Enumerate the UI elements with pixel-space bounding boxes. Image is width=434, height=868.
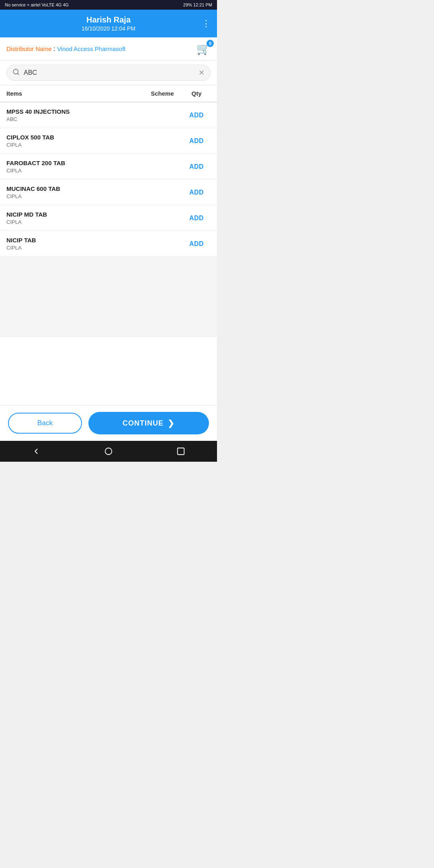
product-name-5: NICIP TAB [6,237,142,244]
product-brand-0: ABC [6,116,142,122]
header-title: Harish Raja [82,15,135,25]
svg-rect-3 [178,448,184,455]
product-add-button-0[interactable]: ADD [182,112,211,119]
product-item: NICIP TAB CIPLA ADD [0,231,217,257]
cart-badge: 0 [207,40,214,47]
nav-back-icon[interactable] [32,447,41,456]
header-text: Harish Raja 16/10/2020 12:04 PM [82,15,135,32]
bottom-actions: Back CONTINUE ❯ [0,405,217,441]
header-subtitle: 16/10/2020 12:04 PM [82,25,135,32]
product-name-4: NICIP MD TAB [6,211,142,218]
status-bar: No service × airtel VoLTE 4G 4G 29% 12:2… [0,0,217,10]
distributor-info: Distributor Name : Vinod Access Pharmaso… [6,45,126,53]
search-input-wrapper: ✕ [6,65,211,81]
status-carrier: No service × airtel VoLTE 4G 4G [5,2,69,7]
main-content: Distributor Name : Vinod Access Pharmaso… [0,37,217,441]
continue-arrow-icon: ❯ [168,418,175,428]
distributor-name: Vinod Access Pharmasoft [57,45,126,52]
product-item: NICIP MD TAB CIPLA ADD [0,205,217,231]
search-input[interactable] [24,69,199,76]
col-header-scheme: Scheme [142,90,182,97]
product-brand-1: CIPLA [6,142,142,148]
product-info-0: MPSS 40 INJECTIONS ABC [6,108,142,122]
product-item: MUCINAC 600 TAB CIPLA ADD [0,180,217,205]
continue-button[interactable]: CONTINUE ❯ [88,412,209,434]
content-area: Items Scheme Qty MPSS 40 INJECTIONS ABC … [0,85,217,405]
nav-recents-icon[interactable] [176,447,185,456]
product-item: CIPLOX 500 TAB CIPLA ADD [0,128,217,154]
product-info-3: MUCINAC 600 TAB CIPLA [6,185,142,199]
product-item: MPSS 40 INJECTIONS ABC ADD [0,102,217,128]
product-info-5: NICIP TAB CIPLA [6,237,142,251]
product-list: MPSS 40 INJECTIONS ABC ADD CIPLOX 500 TA… [0,102,217,257]
product-brand-3: CIPLA [6,193,142,199]
product-brand-2: CIPLA [6,168,142,174]
status-right: 29% 12:21 PM [183,2,212,7]
distributor-separator: : [53,45,57,52]
product-add-button-1[interactable]: ADD [182,137,211,145]
product-item: FAROBACT 200 TAB CIPLA ADD [0,154,217,180]
header-menu-button[interactable]: ⋮ [202,19,211,28]
product-add-button-5[interactable]: ADD [182,240,211,248]
product-info-1: CIPLOX 500 TAB CIPLA [6,134,142,148]
search-icon [12,68,20,77]
nav-bar [0,441,217,462]
svg-line-1 [17,73,18,74]
col-header-qty: Qty [182,90,211,97]
product-add-button-2[interactable]: ADD [182,163,211,170]
status-battery-time: 29% 12:21 PM [183,2,212,7]
product-info-2: FAROBACT 200 TAB CIPLA [6,160,142,174]
product-add-button-4[interactable]: ADD [182,215,211,222]
product-name-1: CIPLOX 500 TAB [6,134,142,141]
product-brand-4: CIPLA [6,219,142,225]
table-header: Items Scheme Qty [0,85,217,102]
svg-point-2 [105,448,112,455]
list-filler [0,257,217,337]
back-button[interactable]: Back [8,413,82,434]
app-header: Harish Raja 16/10/2020 12:04 PM ⋮ [0,10,217,37]
col-header-items: Items [6,90,142,97]
search-container: ✕ [0,61,217,85]
continue-label: CONTINUE [123,419,164,428]
product-brand-5: CIPLA [6,245,142,251]
status-left: No service × airtel VoLTE 4G 4G [5,2,69,7]
product-add-button-3[interactable]: ADD [182,189,211,196]
distributor-bar: Distributor Name : Vinod Access Pharmaso… [0,37,217,61]
product-info-4: NICIP MD TAB CIPLA [6,211,142,225]
search-clear-icon[interactable]: ✕ [199,68,205,77]
product-name-0: MPSS 40 INJECTIONS [6,108,142,115]
distributor-label: Distributor Name [6,45,52,52]
product-name-3: MUCINAC 600 TAB [6,185,142,192]
cart-container[interactable]: 🛒 0 [197,42,211,55]
product-name-2: FAROBACT 200 TAB [6,160,142,166]
nav-home-icon[interactable] [104,447,113,456]
